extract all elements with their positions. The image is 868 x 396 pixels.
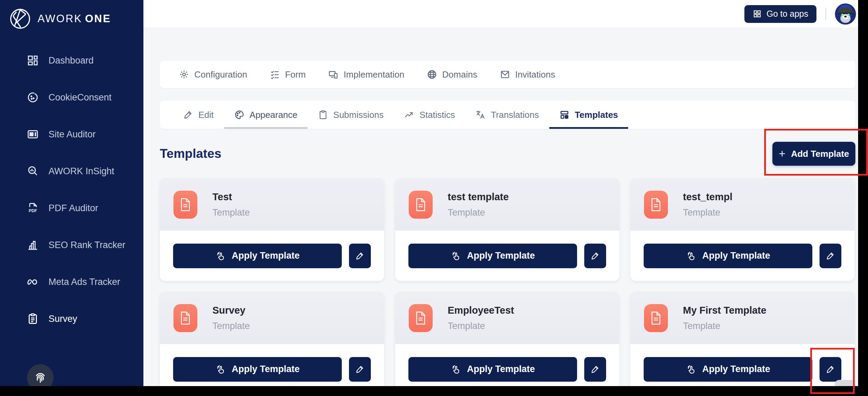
edit-template-button[interactable] bbox=[349, 357, 371, 382]
apply-template-button[interactable]: Apply Template bbox=[408, 244, 577, 268]
apply-template-button[interactable]: Apply Template bbox=[173, 357, 342, 382]
tab-implementation[interactable]: Implementation bbox=[328, 69, 404, 80]
sidebar-item-pdf-auditor[interactable]: PDF PDF Auditor bbox=[0, 195, 143, 221]
sidebar-item-survey[interactable]: Survey bbox=[0, 306, 143, 331]
tab-label: Submissions bbox=[333, 110, 383, 120]
template-subtitle: Template bbox=[683, 207, 732, 218]
topbar-divider bbox=[825, 8, 826, 20]
apply-template-button[interactable]: Apply Template bbox=[644, 244, 812, 268]
template-subtitle: Template bbox=[448, 321, 514, 331]
tap-icon bbox=[686, 250, 697, 261]
templates-grid: Test Template Apply Template bbox=[160, 178, 855, 386]
tab-appearance[interactable]: Appearance bbox=[224, 101, 308, 129]
pencil-icon bbox=[183, 110, 193, 120]
edit-template-button[interactable] bbox=[584, 357, 606, 382]
tab-configuration[interactable]: Configuration bbox=[179, 69, 247, 80]
app-logo[interactable]: AWORKONE bbox=[0, 0, 143, 30]
template-file-icon bbox=[644, 191, 668, 219]
sidebar-item-label: Dashboard bbox=[48, 55, 94, 66]
tab-label: Form bbox=[285, 69, 306, 80]
sidebar-item-label: PDF Auditor bbox=[48, 203, 98, 214]
sidebar-item-label: Survey bbox=[48, 314, 77, 324]
tab-domains[interactable]: Domains bbox=[427, 69, 477, 80]
globe-icon bbox=[427, 69, 437, 80]
sidebar-nav: Dashboard CookieConsent bbox=[0, 48, 143, 343]
template-subtitle: Template bbox=[212, 321, 250, 331]
template-file-icon bbox=[409, 191, 433, 219]
apply-template-button[interactable]: Apply Template bbox=[644, 357, 812, 382]
bar-chart-icon bbox=[27, 239, 39, 251]
template-file-icon bbox=[173, 304, 197, 332]
template-card: Survey Template Apply Template bbox=[160, 292, 384, 386]
edit-template-button my-first-template-edit-button[interactable] bbox=[820, 357, 841, 382]
pdf-file-icon: PDF bbox=[27, 202, 39, 214]
sidebar-item-awork-insight[interactable]: AWORK InSight bbox=[0, 159, 143, 184]
trend-icon bbox=[404, 110, 414, 120]
pencil-icon bbox=[355, 251, 365, 261]
app-window: AWORKONE Dashboard bbox=[0, 0, 858, 386]
sidebar-item-meta-ads-tracker[interactable]: Meta Ads Tracker bbox=[0, 269, 143, 295]
template-card: test_templ Template Apply Template bbox=[630, 178, 855, 281]
tab-templates[interactable]: Templates bbox=[549, 101, 628, 129]
tab-label: Statistics bbox=[419, 110, 455, 120]
apply-template-button[interactable]: Apply Template bbox=[173, 244, 342, 268]
edit-template-button[interactable] bbox=[820, 244, 841, 268]
apply-template-label: Apply Template bbox=[702, 250, 770, 261]
tab-label: Domains bbox=[442, 69, 477, 80]
secondary-tab-bar: Edit Appearance bbox=[160, 101, 855, 129]
template-title: Test bbox=[212, 191, 250, 203]
sidebar-item-label: SEO Rank Tracker bbox=[48, 240, 125, 250]
add-template-button[interactable]: + Add Template bbox=[772, 142, 855, 166]
go-to-apps-button[interactable]: Go to apps bbox=[744, 5, 816, 23]
edit-template-button[interactable] bbox=[349, 244, 371, 268]
apply-template-label: Apply Template bbox=[467, 250, 535, 261]
tap-icon bbox=[215, 364, 226, 375]
pencil-icon bbox=[826, 251, 835, 261]
sidebar-item-label: Meta Ads Tracker bbox=[48, 277, 120, 287]
templates-header: Templates + Add Template bbox=[160, 142, 855, 166]
meta-infinity-icon bbox=[27, 276, 39, 288]
edit-template-button[interactable] bbox=[584, 244, 606, 268]
tab-form[interactable]: Form bbox=[270, 69, 306, 80]
envelope-icon bbox=[500, 69, 510, 80]
go-to-apps-label: Go to apps bbox=[767, 9, 808, 19]
tab-label: Implementation bbox=[344, 69, 404, 80]
template-title: test template bbox=[448, 191, 509, 203]
tab-label: Templates bbox=[575, 110, 618, 120]
tab-label: Configuration bbox=[194, 69, 247, 80]
dashboard-grid-icon bbox=[27, 54, 39, 67]
magnifier-chart-icon bbox=[27, 165, 39, 177]
tab-submissions[interactable]: Submissions bbox=[308, 101, 394, 129]
sidebar-item-site-auditor[interactable]: Site Auditor bbox=[0, 122, 143, 147]
template-title: EmployeeTest bbox=[448, 305, 514, 316]
tab-edit[interactable]: Edit bbox=[173, 101, 224, 129]
template-card: Test Template Apply Template bbox=[160, 178, 384, 281]
template-card: My First Template Template Apply Temp bbox=[630, 292, 855, 386]
sidebar: AWORKONE Dashboard bbox=[0, 0, 143, 386]
sidebar-item-dashboard[interactable]: Dashboard bbox=[0, 48, 143, 73]
tap-icon bbox=[450, 250, 461, 261]
fingerprint-button[interactable] bbox=[27, 364, 54, 386]
tab-invitations[interactable]: Invitations bbox=[500, 69, 555, 80]
user-avatar[interactable] bbox=[835, 3, 856, 25]
add-template-label: Add Template bbox=[791, 149, 849, 159]
tab-translations[interactable]: Translations bbox=[465, 101, 549, 129]
sidebar-item-seo-rank-tracker[interactable]: SEO Rank Tracker bbox=[0, 232, 143, 258]
tap-icon bbox=[686, 364, 697, 375]
sidebar-item-label: CookieConsent bbox=[48, 92, 112, 103]
devices-icon bbox=[328, 69, 338, 80]
tab-label: Edit bbox=[198, 110, 214, 120]
app-title: AWORKONE bbox=[38, 13, 111, 25]
palette-icon bbox=[234, 110, 244, 120]
gear-icon bbox=[179, 69, 189, 80]
apply-template-label: Apply Template bbox=[702, 364, 770, 374]
clipboard-icon bbox=[27, 313, 39, 325]
apply-template-button[interactable]: Apply Template bbox=[408, 357, 577, 382]
screenshot-stage: AWORKONE Dashboard bbox=[0, 0, 868, 396]
template-file-icon bbox=[409, 304, 433, 332]
pencil-icon bbox=[826, 365, 835, 374]
sidebar-item-cookieconsent[interactable]: CookieConsent bbox=[0, 85, 143, 110]
topbar: Go to apps bbox=[143, 0, 858, 28]
tab-statistics[interactable]: Statistics bbox=[394, 101, 465, 129]
layout-icon bbox=[559, 110, 570, 120]
